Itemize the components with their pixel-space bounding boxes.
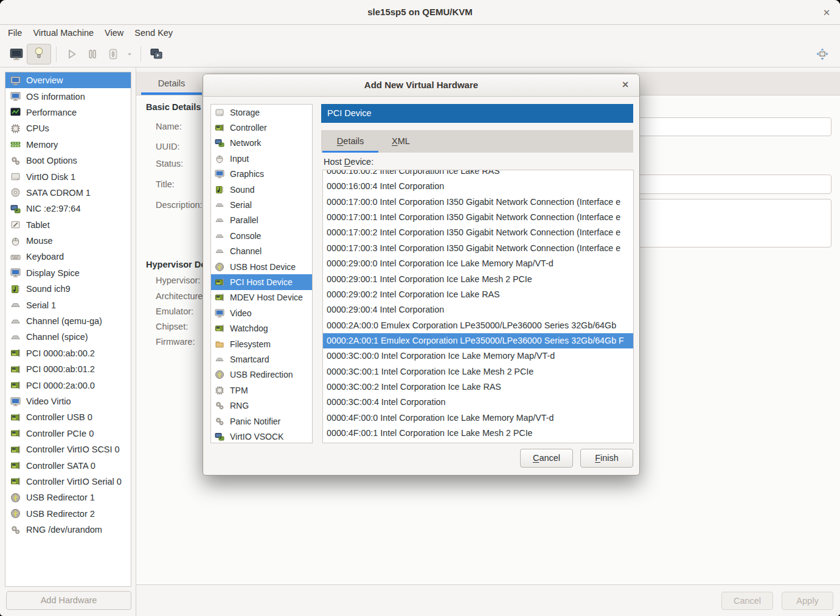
category-filesystem[interactable]: Filesystem	[211, 336, 312, 351]
category-serial[interactable]: Serial	[211, 197, 312, 212]
category-mdev-host-device[interactable]: MDEV Host Device	[211, 290, 312, 305]
category-controller[interactable]: Controller	[211, 120, 312, 135]
host-device-0000-3c-00-4-intel-corporation[interactable]: 0000:3C:00:4 Intel Corporation	[323, 395, 633, 410]
sidebar-item-overview[interactable]: Overview	[5, 72, 131, 88]
sidebar-item-virtio-disk-1[interactable]: VirtIO Disk 1	[5, 168, 131, 184]
sidebar-item-rng-dev-urandom[interactable]: RNG /dev/urandom	[5, 522, 131, 538]
tab-details[interactable]: Details	[141, 72, 202, 95]
host-device-0000-2a-00-0-emulex-corporation-lpe35000-lpe36000-series-32gb-64gb[interactable]: 0000:2A:00:0 Emulex Corporation LPe35000…	[323, 318, 633, 333]
run-button[interactable]	[61, 45, 82, 63]
basic-details-heading: Basic Details	[146, 102, 201, 112]
category-parallel[interactable]: Parallel	[211, 213, 312, 228]
host-device-0000-29-00-2-intel-corporation-ice-lake-ras[interactable]: 0000:29:00:2 Intel Corporation Ice Lake …	[323, 287, 633, 302]
sidebar-item-mouse[interactable]: Mouse	[5, 233, 131, 249]
host-device-0000-29-00-1-intel-corporation-ice-lake-mesh-2-pcie[interactable]: 0000:29:00:1 Intel Corporation Ice Lake …	[323, 272, 633, 287]
host-device-0000-3c-00-1-intel-corporation-ice-lake-mesh-2-pcie[interactable]: 0000:3C:00:1 Intel Corporation Ice Lake …	[323, 364, 633, 379]
chart-icon	[10, 107, 21, 117]
menu-virtual-machine[interactable]: Virtual Machine	[27, 26, 99, 40]
pause-button[interactable]	[82, 45, 103, 63]
menu-send-key[interactable]: Send Key	[129, 26, 178, 40]
sidebar-item-channel-spice[interactable]: Channel (spice)	[5, 329, 131, 345]
sidebar-item-pci-0000-ab-00-2[interactable]: PCI 0000:ab:00.2	[5, 345, 131, 361]
screens-icon[interactable]	[146, 45, 167, 63]
category-rng[interactable]: RNG	[211, 398, 312, 413]
sidebar-item-sata-cdrom-1[interactable]: SATA CDROM 1	[5, 185, 131, 201]
category-usb-redirection[interactable]: USB Redirection	[211, 367, 312, 382]
category-console[interactable]: Console	[211, 228, 312, 243]
sidebar-item-boot-options[interactable]: Boot Options	[5, 153, 131, 168]
sidebar-item-keyboard[interactable]: Keyboard	[5, 249, 131, 265]
category-usb-host-device[interactable]: USB Host Device	[211, 259, 312, 274]
sidebar-item-controller-pcie-0[interactable]: Controller PCIe 0	[5, 426, 131, 441]
category-tpm[interactable]: TPM	[211, 382, 312, 398]
category-storage[interactable]: Storage	[211, 105, 312, 120]
gears-icon	[10, 156, 21, 166]
sidebar-item-os-information[interactable]: OS information	[5, 88, 131, 104]
shutdown-button[interactable]	[103, 45, 123, 63]
host-device-0000-17-00-2-intel-corporation-i350-gigabit-network-connection-interface-e[interactable]: 0000:17:00:2 Intel Corporation I350 Giga…	[323, 225, 633, 240]
host-device-0000-4f-00-0-intel-corporation-ice-lake-memory-map-vt-d[interactable]: 0000:4F:00:0 Intel Corporation Ice Lake …	[323, 410, 633, 426]
host-device-label: 0000:29:00:4 Intel Corporation	[327, 305, 444, 314]
category-pci-host-device[interactable]: PCI Host Device	[211, 274, 312, 289]
sidebar-item-performance[interactable]: Performance	[5, 105, 131, 120]
category-channel[interactable]: Channel	[211, 244, 312, 259]
category-video[interactable]: Video	[211, 305, 312, 320]
sidebar-item-usb-redirector-1[interactable]: USB Redirector 1	[5, 490, 131, 505]
sidebar-item-nic-e2-97-64[interactable]: NIC :e2:97:64	[5, 201, 131, 216]
host-device-0000-4f-00-1-intel-corporation-ice-lake-mesh-2-pcie[interactable]: 0000:4F:00:1 Intel Corporation Ice Lake …	[323, 426, 633, 441]
category-watchdog[interactable]: Watchdog	[211, 320, 312, 336]
sidebar-item-pci-0000-2a-00-0[interactable]: PCI 0000:2a:00.0	[5, 377, 131, 393]
host-device-0000-2a-00-1-emulex-corporation-lpe35000-lpe36000-series-32gb-64gb-f[interactable]: 0000:2A:00:1 Emulex Corporation LPe35000…	[323, 333, 633, 348]
shutdown-menu-caret-icon[interactable]	[123, 45, 136, 63]
window-close-icon[interactable]: ✕	[819, 5, 834, 20]
sidebar-item-pci-0000-ab-01-2[interactable]: PCI 0000:ab:01.2	[5, 361, 131, 377]
category-virtio-vsock[interactable]: VirtIO VSOCK	[211, 429, 312, 443]
add-hardware-dialog: Add New Virtual Hardware ✕ StorageContro…	[203, 74, 640, 476]
menu-file[interactable]: File	[2, 26, 27, 40]
dialog-finish-button[interactable]: Finish	[580, 449, 633, 468]
sidebar-item-display-spice[interactable]: Display Spice	[5, 265, 131, 281]
host-device-0000-16-00-2-intel-corporation-ice-lake-ras[interactable]: 0000:16:00:2 Intel Corporation Ice Lake …	[323, 170, 633, 179]
sidebar-item-controller-sata-0[interactable]: Controller SATA 0	[5, 457, 131, 473]
host-device-0000-17-00-3-intel-corporation-i350-gigabit-network-connection-interface-e[interactable]: 0000:17:00:3 Intel Corporation I350 Giga…	[323, 241, 633, 256]
category-panic-notifier[interactable]: Panic Notifier	[211, 414, 312, 429]
host-device-0000-16-00-4-intel-corporation[interactable]: 0000:16:00:4 Intel Corporation	[323, 179, 633, 194]
category-smartcard[interactable]: Smartcard	[211, 351, 312, 367]
show-hardware-details-toggle[interactable]	[27, 44, 51, 64]
sidebar-item-label: Channel (qemu-ga)	[26, 316, 102, 326]
host-device-label: 0000:2A:00:0 Emulex Corporation LPe35000…	[327, 320, 616, 330]
dialog-cancel-button[interactable]: Cancel	[520, 449, 573, 468]
resize-fullscreen-icon[interactable]	[812, 45, 833, 63]
sidebar-item-usb-redirector-2[interactable]: USB Redirector 2	[5, 506, 131, 522]
menu-view[interactable]: View	[99, 26, 129, 40]
host-device-0000-17-00-1-intel-corporation-i350-gigabit-network-connection-interface-e[interactable]: 0000:17:00:1 Intel Corporation I350 Giga…	[323, 210, 633, 225]
sidebar-item-tablet[interactable]: Tablet	[5, 217, 131, 233]
host-device-0000-17-00-0-intel-corporation-i350-gigabit-network-connection-interface-e[interactable]: 0000:17:00:0 Intel Corporation I350 Giga…	[323, 195, 633, 210]
host-device-0000-29-00-4-intel-corporation[interactable]: 0000:29:00:4 Intel Corporation	[323, 302, 633, 317]
sidebar-item-controller-virtio-scsi-0[interactable]: Controller VirtIO SCSI 0	[5, 441, 131, 457]
host-device-0000-3c-00-2-intel-corporation-ice-lake-ras[interactable]: 0000:3C:00:2 Intel Corporation Ice Lake …	[323, 379, 633, 395]
sidebar-item-video-virtio[interactable]: Video Virtio	[5, 393, 131, 409]
category-sound[interactable]: Sound	[211, 182, 312, 197]
dialog-tab-xml[interactable]: XML	[380, 130, 422, 153]
sidebar-item-channel-qemu-ga[interactable]: Channel (qemu-ga)	[5, 313, 131, 329]
sidebar-item-cpus[interactable]: CPUs	[5, 120, 131, 136]
host-device-0000-3c-00-0-intel-corporation-ice-lake-memory-map-vt-d[interactable]: 0000:3C:00:0 Intel Corporation Ice Lake …	[323, 348, 633, 364]
main-cancel-button[interactable]: Cancel	[721, 592, 773, 610]
sidebar-item-sound-ich9[interactable]: Sound ich9	[5, 281, 131, 297]
host-device-0000-29-00-0-intel-corporation-ice-lake-memory-map-vt-d[interactable]: 0000:29:00:0 Intel Corporation Ice Lake …	[323, 256, 633, 271]
sidebar-item-serial-1[interactable]: Serial 1	[5, 297, 131, 313]
console-monitor-icon[interactable]	[6, 45, 27, 63]
main-apply-button[interactable]: Apply	[782, 592, 833, 610]
add-hardware-button[interactable]: Add Hardware	[6, 591, 131, 610]
sidebar-item-controller-usb-0[interactable]: Controller USB 0	[5, 409, 131, 425]
dialog-tab-details[interactable]: Details	[321, 130, 380, 153]
sidebar-item-memory[interactable]: Memory	[5, 137, 131, 153]
tablet-icon	[10, 220, 21, 230]
sidebar-item-controller-virtio-serial-0[interactable]: Controller VirtIO Serial 0	[5, 474, 131, 490]
category-network[interactable]: Network	[211, 136, 312, 151]
category-label: Input	[230, 154, 249, 164]
category-input[interactable]: Input	[211, 151, 312, 166]
dialog-close-icon[interactable]: ✕	[619, 78, 632, 92]
category-graphics[interactable]: Graphics	[211, 167, 312, 182]
